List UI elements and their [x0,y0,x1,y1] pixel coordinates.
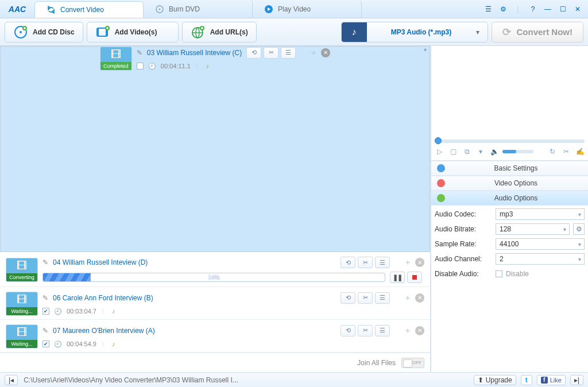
file-title[interactable]: 06 Carole Ann Ford Interview (B) [53,294,153,302]
play-icon[interactable]: ▷ [434,146,445,157]
seek-knob[interactable] [435,137,442,144]
media-controls: ▷ ▢ ⧉ ▾ 🔈 ↻ ✂ ✍ [434,145,586,158]
tab-play-video[interactable]: Play Video [253,0,362,18]
stop-icon[interactable] [407,272,422,283]
stop-icon[interactable]: ▢ [447,146,459,157]
add-videos-button[interactable]: Add Video(s) [87,22,179,42]
audio-channel-select[interactable]: 2 [496,253,585,265]
section-label: Basic Settings [450,164,582,172]
help-icon[interactable]: ? [527,3,539,15]
audio-bitrate-select[interactable]: 128 [496,223,570,235]
basic-settings-header[interactable]: Basic Settings [431,161,588,176]
refresh-icon[interactable]: ⟲ [246,47,261,59]
add-icon[interactable]: ＋ [404,293,412,303]
file-row[interactable]: 🎞Waiting...✎06 Carole Ann Ford Interview… [0,287,430,320]
svg-point-1 [159,8,161,10]
right-panel: ▷ ▢ ⧉ ▾ 🔈 ↻ ✂ ✍ Basic Settings Video Opt… [431,46,588,372]
remove-icon[interactable]: ✕ [321,48,330,57]
file-checkbox[interactable] [137,63,144,69]
play-icon [264,5,273,14]
file-checkbox[interactable]: ✔ [42,340,49,347]
tab-convert-video[interactable]: Convert Video [34,1,144,18]
output-format-select[interactable]: ♪ MP3 Audio (*.mp3) ▾ [341,22,488,42]
edit-icon[interactable]: ✎ [42,294,48,302]
edit-icon[interactable]: ✎ [42,327,48,335]
edit-icon[interactable]: ✎ [42,258,48,266]
scissors-icon[interactable]: ✂ [358,325,373,336]
rotate-icon[interactable]: ↻ [547,146,558,157]
nav-fwd-icon[interactable]: ▸| [570,375,583,385]
gear-icon[interactable]: ⚙ [497,3,509,15]
clock-icon: 🕘 [54,308,62,315]
music-note-icon: ♪ [112,308,115,315]
minimize-icon[interactable]: — [542,3,554,15]
nav-back-icon[interactable]: |◂ [5,375,18,385]
snapshot-icon[interactable]: ⧉ [461,146,473,157]
remove-icon[interactable]: ✕ [415,293,424,303]
audio-channel-label: Audio Channel: [435,255,492,263]
upgrade-button[interactable]: ⬆ Upgrade [474,375,516,385]
file-duration: 00:04:11.1 [161,63,191,69]
file-title[interactable]: 04 William Russell Inteview (D) [53,258,148,266]
wand-icon[interactable]: ✍ [574,146,586,157]
file-checkbox[interactable]: ✔ [42,308,49,315]
pause-icon[interactable]: ❚❚ [390,272,405,283]
add-urls-button[interactable]: Add URL(s) [182,22,257,42]
list-icon[interactable]: ☰ [482,3,494,15]
edit-icon[interactable]: ✎ [137,49,142,57]
file-row[interactable]: 🎞Completed✎03 William Russell Inteview (… [0,46,430,252]
statusbar: |◂ C:\Users\Ariel\Videos\Any Video Conve… [0,372,588,387]
remove-icon[interactable]: ✕ [415,326,424,335]
properties-icon[interactable]: ☰ [375,325,390,336]
refresh-icon[interactable]: ⟲ [341,325,355,336]
file-thumb: 🎞Converting [6,258,38,282]
file-row[interactable]: 🎞Converting✎04 William Russell Inteview … [0,252,430,287]
film-icon: 🎞 [100,47,131,62]
file-title[interactable]: 03 William Russell Inteview (C) [147,49,242,57]
tab-burn-dvd[interactable]: Burn DVD [144,0,253,18]
seek-bar[interactable] [435,140,585,143]
svg-point-4 [20,31,22,33]
facebook-like-button[interactable]: f Like [537,375,566,385]
bitrate-gear-icon[interactable]: ⚙ [573,223,585,235]
add-icon[interactable]: ＋ [404,257,412,268]
properties-icon[interactable]: ☰ [281,47,296,59]
scissors-icon[interactable]: ✂ [560,146,572,157]
remove-icon[interactable]: ✕ [415,258,424,267]
audio-options-header[interactable]: Audio Options [431,191,588,206]
clock-icon: 🕘 [148,63,156,70]
tab-label: Play Video [278,5,311,13]
file-duration: 00:03:04.7 [67,308,96,315]
close-icon[interactable]: ✕ [572,3,583,15]
properties-icon[interactable]: ☰ [375,257,390,268]
section-label: Audio Options [450,194,582,202]
sample-rate-select[interactable]: 44100 [496,238,585,250]
button-label: Add CD Disc [33,28,75,36]
up-arrow-icon: ⬆ [478,376,483,384]
disable-audio-label: Disable Audio: [435,270,492,278]
add-cd-button[interactable]: Add CD Disc [5,22,83,42]
maximize-icon[interactable]: ☐ [557,3,568,15]
refresh-icon: ⟳ [502,26,511,38]
refresh-icon[interactable]: ⟲ [341,292,355,304]
join-all-toggle[interactable] [401,358,424,368]
add-icon[interactable]: ＋ [310,48,318,58]
chevron-down-icon[interactable]: ▾ [475,146,486,157]
music-note-icon: ♪ [206,63,210,69]
file-row[interactable]: 🎞Waiting...✎07 Maureen O'Brien Interview… [0,320,430,353]
convert-now-button[interactable]: ⟳ Convert Now! [492,22,584,42]
refresh-icon[interactable]: ⟲ [341,257,355,268]
disable-audio-checkbox[interactable] [496,270,502,277]
volume-slider[interactable] [502,150,533,153]
properties-icon[interactable]: ☰ [375,292,390,304]
audio-codec-select[interactable]: mp3 [496,208,585,220]
scissors-icon[interactable]: ✂ [358,292,373,304]
video-options-header[interactable]: Video Options [431,176,588,191]
scissors-icon[interactable]: ✂ [358,257,373,268]
file-title[interactable]: 07 Maureen O'Brien Interview (A) [53,327,155,335]
twitter-icon[interactable]: t [521,375,532,385]
file-thumb: 🎞Waiting... [6,292,38,316]
volume-icon[interactable]: 🔈 [489,146,500,157]
scissors-icon[interactable]: ✂ [264,47,278,59]
add-icon[interactable]: ＋ [404,326,412,336]
